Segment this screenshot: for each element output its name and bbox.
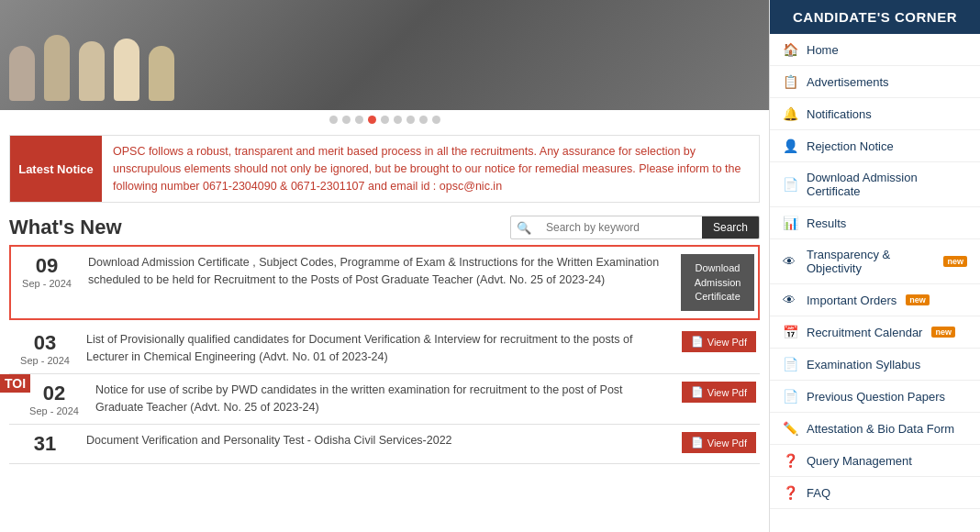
sidebar-label-home: Home	[807, 43, 839, 57]
prev-questions-icon: 📄	[783, 389, 799, 404]
sidebar-label-advertisements: Advertisements	[807, 75, 889, 89]
whats-new-title: What's New	[9, 216, 122, 239]
sidebar-item-faq[interactable]: ❓ FAQ	[770, 477, 980, 509]
exam-syllabus-icon: 📄	[783, 357, 799, 371]
search-button[interactable]: Search	[702, 216, 759, 238]
dot-8[interactable]	[419, 116, 428, 124]
sidebar-item-rejection[interactable]: 👤 Rejection Notice	[770, 130, 980, 162]
transparency-icon: 👁	[783, 254, 799, 269]
sidebar-label-results: Results	[807, 216, 846, 230]
faq-icon: ❓	[783, 485, 799, 500]
search-icon: 🔍	[511, 221, 537, 235]
notice-label: Latest Notice	[10, 136, 102, 202]
dot-1[interactable]	[329, 116, 338, 124]
important-orders-icon: 👁	[783, 293, 799, 307]
news-month-0: Sep - 2024	[15, 278, 79, 289]
sidebar-item-query[interactable]: ❓ Query Management	[770, 445, 980, 477]
pdf-icon-1: 📄	[691, 336, 704, 348]
toi-badge: TOI	[0, 374, 30, 393]
results-icon: 📊	[783, 216, 799, 230]
news-list: 09 Sep - 2024 Download Admission Certifi…	[9, 245, 760, 464]
sidebar-item-recruitment-calendar[interactable]: 📅 Recruitment Calendar new	[770, 316, 980, 349]
sidebar-label-exam-syllabus: Examination Syllabus	[807, 358, 920, 371]
pdf-icon-3: 📄	[691, 437, 704, 449]
news-date-0: 09 Sep - 2024	[15, 254, 79, 289]
dot-7[interactable]	[406, 116, 415, 124]
view-pdf-button-1[interactable]: 📄 View Pdf	[682, 331, 756, 352]
sidebar-item-download-cert[interactable]: 📄 Download Admission Certificate	[770, 162, 980, 207]
news-text-1: List of Provisionally qualified candidat…	[77, 331, 682, 366]
sidebar-title: CANDIDATE'S CORNER	[770, 0, 980, 34]
news-day-2: 02	[22, 382, 86, 405]
sidebar-label-query: Query Management	[807, 454, 912, 468]
dot-5[interactable]	[381, 116, 389, 124]
view-pdf-label-2: View Pdf	[707, 387, 747, 398]
latest-notice: Latest Notice OPSC follows a robust, tra…	[9, 135, 760, 203]
sidebar-item-notifications[interactable]: 🔔 Notifications	[770, 98, 980, 130]
sidebar-label-rejection: Rejection Notice	[807, 139, 894, 153]
sidebar-item-home[interactable]: 🏠 Home	[770, 34, 980, 66]
news-date-2: 02 Sep - 2024	[22, 382, 86, 416]
news-text-0: Download Admission Certificate , Subject…	[79, 254, 681, 289]
news-day-0: 09	[15, 254, 79, 278]
dot-3[interactable]	[355, 116, 363, 124]
news-action-2[interactable]: 📄 View Pdf	[682, 382, 756, 403]
important-orders-new-badge: new	[906, 294, 930, 305]
dot-4[interactable]	[368, 116, 376, 124]
transparency-new-badge: new	[943, 256, 967, 267]
hero-banner: Chairperson of OPSC presenting the Annua…	[0, 0, 769, 110]
sidebar-item-exam-syllabus[interactable]: 📄 Examination Syllabus	[770, 349, 980, 381]
sidebar-label-prev-questions: Previous Question Papers	[807, 390, 945, 404]
sidebar-label-faq: FAQ	[807, 486, 830, 500]
query-icon: ❓	[783, 453, 799, 468]
news-date-1: 03 Sep - 2024	[13, 331, 77, 366]
news-day-1: 03	[13, 331, 77, 355]
download-cert-icon: 📄	[783, 177, 799, 192]
sidebar-label-recruitment-calendar: Recruitment Calendar	[807, 326, 922, 339]
sidebar-label-transparency: Transparency & Objectivity	[807, 248, 934, 275]
sidebar-label-attestation: Attestation & Bio Data Form	[807, 422, 954, 436]
carousel-dots	[0, 110, 769, 129]
news-item-1: 03 Sep - 2024 List of Provisionally qual…	[9, 324, 760, 374]
view-pdf-label-1: View Pdf	[707, 337, 747, 348]
news-item-3: 31 Document Verification and Personality…	[9, 425, 760, 464]
news-text-3: Document Verification and Personality Te…	[77, 432, 682, 449]
advertisements-icon: 📋	[783, 74, 799, 89]
news-text-2: Notice for use of scribe by PWD candidat…	[86, 382, 682, 416]
sidebar-label-notifications: Notifications	[807, 107, 872, 121]
recruitment-calendar-icon: 📅	[783, 325, 799, 339]
notifications-icon: 🔔	[783, 106, 799, 121]
pdf-icon-2: 📄	[691, 386, 704, 398]
attestation-icon: ✏️	[783, 421, 799, 436]
recruitment-calendar-new-badge: new	[931, 327, 955, 338]
view-pdf-button-3[interactable]: 📄 View Pdf	[682, 432, 756, 453]
whats-new-header: What's New 🔍 Search	[0, 208, 769, 245]
sidebar-item-transparency[interactable]: 👁 Transparency & Objectivity new	[770, 239, 980, 284]
search-input[interactable]	[537, 216, 702, 238]
news-date-3: 31	[13, 432, 77, 456]
sidebar-item-prev-questions[interactable]: 📄 Previous Question Papers	[770, 381, 980, 413]
news-action-1[interactable]: 📄 View Pdf	[682, 331, 756, 352]
home-icon: 🏠	[783, 42, 799, 57]
sidebar-item-results[interactable]: 📊 Results	[770, 207, 980, 239]
sidebar-label-important-orders: Important Orders	[807, 294, 896, 307]
sidebar-item-attestation[interactable]: ✏️ Attestation & Bio Data Form	[770, 413, 980, 445]
news-action-0[interactable]: Download Admission Certificate	[681, 254, 754, 311]
news-month-2: Sep - 2024	[22, 405, 86, 416]
search-bar: 🔍 Search	[510, 216, 760, 239]
news-day-3: 31	[13, 432, 77, 456]
notice-text: OPSC follows a robust, transparent and m…	[102, 136, 759, 202]
dot-9[interactable]	[432, 116, 440, 124]
view-pdf-button-2[interactable]: 📄 View Pdf	[682, 382, 756, 403]
dot-2[interactable]	[342, 116, 351, 124]
download-cert-button[interactable]: Download Admission Certificate	[681, 254, 754, 311]
news-item-0: 09 Sep - 2024 Download Admission Certifi…	[9, 245, 760, 320]
news-item-2: TOI 02 Sep - 2024 Notice for use of scri…	[9, 374, 760, 425]
sidebar-item-important-orders[interactable]: 👁 Important Orders new	[770, 284, 980, 316]
news-action-3[interactable]: 📄 View Pdf	[682, 432, 756, 453]
sidebar: CANDIDATE'S CORNER 🏠 Home 📋 Advertisemen…	[769, 0, 980, 532]
dot-6[interactable]	[394, 116, 402, 124]
news-month-1: Sep - 2024	[13, 355, 77, 366]
sidebar-item-advertisements[interactable]: 📋 Advertisements	[770, 66, 980, 98]
sidebar-label-download-cert: Download Admission Certificate	[807, 171, 967, 198]
